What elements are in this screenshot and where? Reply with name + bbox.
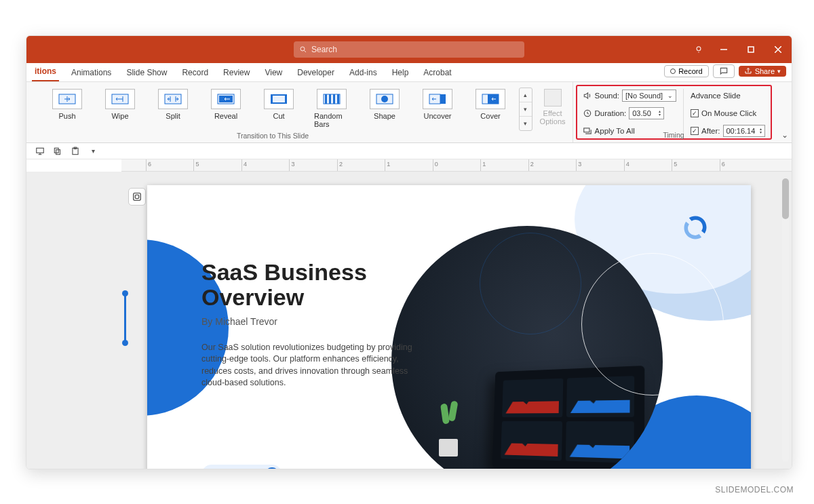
svg-rect-28 (37, 148, 44, 153)
logo-icon (680, 212, 710, 242)
transition-thumb (158, 89, 188, 109)
svg-rect-30 (56, 149, 60, 154)
svg-rect-34 (135, 195, 138, 198)
watermark: SLIDEMODEL.COM (715, 485, 794, 495)
transition-wipe[interactable]: Wipe (102, 89, 138, 120)
sound-label: Sound: (595, 92, 619, 100)
paste-icon[interactable] (70, 146, 81, 157)
comment-icon (719, 66, 729, 76)
transition-cover[interactable]: Cover (473, 89, 508, 120)
maximize-button[interactable] (737, 36, 764, 63)
transition-label: Push (58, 112, 75, 120)
spinner-icon[interactable]: ▴▾ (659, 110, 661, 117)
comments-button[interactable] (713, 64, 735, 78)
svg-point-0 (301, 47, 305, 51)
transition-label: Split (166, 112, 180, 120)
ribbon-tabs: itions Animations Slide Show Record Revi… (26, 63, 792, 82)
tab-acrobat[interactable]: Acrobat (421, 65, 454, 81)
tab-help[interactable]: Help (389, 65, 412, 81)
share-label: Share (755, 67, 775, 75)
transition-label: Wipe (111, 112, 128, 120)
close-button[interactable] (764, 36, 792, 63)
designer-button[interactable] (128, 188, 146, 206)
svg-rect-19 (337, 94, 339, 104)
share-button[interactable]: Share▾ (739, 66, 786, 77)
transition-thumb (105, 89, 135, 109)
transition-label: Shape (374, 112, 395, 120)
on-mouse-click-checkbox[interactable]: ✓ On Mouse Click (691, 106, 764, 120)
tab-slideshow[interactable]: Slide Show (123, 65, 170, 81)
transition-thumb (476, 89, 505, 109)
decor-ring (480, 233, 581, 334)
chevron-up-icon: ▴ (520, 88, 532, 102)
sound-row: Sound: [No Sound]⌄ (583, 89, 676, 102)
tab-animations[interactable]: Animations (69, 65, 114, 81)
search-placeholder: Search (311, 45, 337, 54)
transition-push[interactable]: Push (50, 89, 85, 120)
group-label-timing: Timing (577, 131, 771, 139)
transition-reveal[interactable]: Reveal (208, 89, 244, 120)
transition-label: Random Bars (314, 112, 349, 128)
title-bar: Search (26, 36, 792, 63)
transition-uncover[interactable]: Uncover (420, 89, 455, 120)
minimize-button[interactable] (710, 36, 737, 63)
effect-options-button: Effect Options (537, 85, 569, 125)
window-controls (687, 36, 792, 63)
tab-addins[interactable]: Add-ins (347, 65, 380, 81)
group-label-transition: Transition to This Slide (31, 132, 515, 141)
transition-thumb (370, 89, 400, 109)
transition-label: Cover (480, 112, 500, 120)
chevron-down-icon: ▾ (520, 117, 532, 130)
duration-row: Duration: 03.50▴▾ (583, 106, 676, 120)
customize-qat-icon[interactable]: ▾ (88, 146, 98, 157)
slide-text-block[interactable]: SaaS Business Overview By Michael Trevor… (201, 260, 419, 389)
tab-developer[interactable]: Developer (294, 65, 337, 81)
transition-thumb (264, 89, 294, 109)
record-button[interactable]: Record (664, 65, 708, 77)
slidemodel-pill[interactable]: SlideModel (201, 465, 282, 469)
tab-record[interactable]: Record (179, 65, 211, 81)
effect-options-label: Effect Options (537, 109, 569, 125)
svg-point-21 (381, 96, 388, 102)
transition-thumb (52, 89, 82, 109)
sound-icon (583, 91, 592, 100)
app-window: Search itions Animations Slide Show Reco… (26, 35, 792, 469)
sound-value: [No Sound] (625, 92, 663, 100)
slideshow-icon[interactable] (35, 146, 45, 157)
transition-random-bars[interactable]: Random Bars (314, 89, 349, 128)
ribbon-collapse-button[interactable]: ⌄ (779, 82, 792, 142)
transition-cut[interactable]: Cut (261, 89, 296, 120)
gallery-expand[interactable]: ▴ ▾ ▾ (519, 88, 532, 131)
chevron-down-icon: ⌄ (667, 92, 673, 99)
copy-icon[interactable] (52, 146, 63, 157)
record-label: Record (678, 67, 702, 75)
coming-soon-icon[interactable] (687, 45, 710, 54)
tab-view[interactable]: View (262, 65, 285, 81)
transition-thumb (317, 89, 347, 109)
tab-transitions[interactable]: itions (32, 64, 59, 81)
svg-rect-16 (325, 94, 327, 104)
transition-label: Cut (273, 112, 284, 120)
duration-label: Duration: (595, 109, 627, 117)
quick-access-toolbar: ▾ (26, 143, 792, 159)
tab-review[interactable]: Review (220, 65, 252, 81)
transition-shape[interactable]: Shape (367, 89, 402, 120)
transition-split[interactable]: Split (155, 89, 191, 120)
vertical-ruler-marker[interactable] (124, 294, 126, 343)
vertical-scrollbar[interactable] (782, 178, 789, 462)
transition-gallery: PushWipeSplitRevealCutRandom BarsShapeUn… (31, 85, 515, 128)
sound-dropdown[interactable]: [No Sound]⌄ (622, 90, 676, 102)
transition-thumb (211, 89, 241, 109)
chevron-down-icon: ▾ (520, 102, 532, 117)
slide[interactable]: SaaS Business Overview By Michael Trevor… (147, 185, 751, 469)
search-icon (299, 45, 307, 54)
scrollbar-thumb[interactable] (782, 178, 789, 219)
duration-value: 03.50 (632, 109, 651, 117)
chevron-down-icon: ▾ (777, 68, 781, 75)
search-box[interactable]: Search (294, 41, 524, 58)
decor-ring (581, 253, 724, 395)
svg-rect-33 (134, 193, 141, 201)
svg-rect-5 (748, 47, 754, 52)
duration-field[interactable]: 03.50▴▾ (629, 107, 664, 119)
share-icon (744, 67, 752, 75)
